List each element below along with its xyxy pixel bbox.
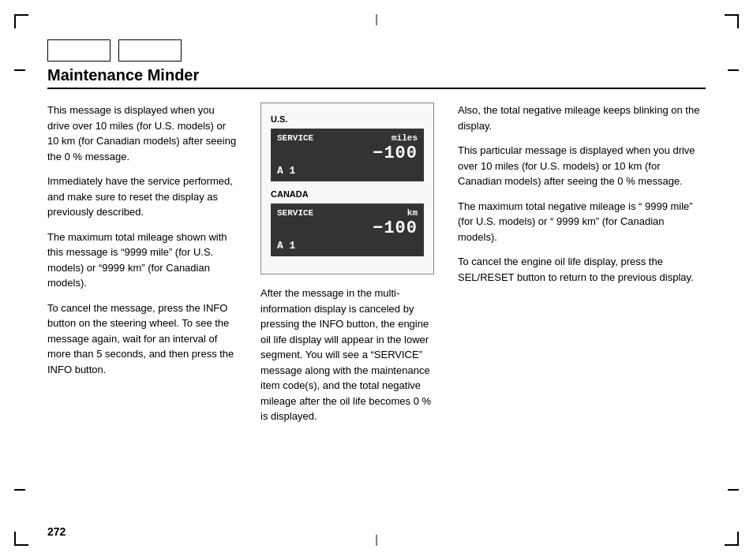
us-unit-text: miles <box>391 133 418 143</box>
header-boxes <box>47 39 706 62</box>
left-para-2: Immediately have the service performed, … <box>47 174 237 220</box>
corner-mark-tr <box>725 14 739 28</box>
canada-label: CANADA <box>271 189 424 199</box>
main-content: This message is displayed when you drive… <box>47 103 706 513</box>
canada-display-screen: SERVICE km −100 A 1 <box>271 203 424 256</box>
right-para-1: Also, the total negative mileage keeps b… <box>458 103 706 133</box>
corner-mark-tl <box>14 14 28 28</box>
us-display-screen: SERVICE miles −100 A 1 <box>271 129 424 181</box>
canada-service-text: SERVICE <box>277 208 313 218</box>
header-box-1 <box>47 39 111 62</box>
us-service-row: SERVICE miles <box>277 133 418 143</box>
canada-code: A 1 <box>277 240 418 252</box>
header-box-2 <box>118 39 182 62</box>
display-panel: U.S. SERVICE miles −100 A 1 CANADA SERVI… <box>260 103 434 274</box>
dash-left-top <box>14 69 25 71</box>
us-code: A 1 <box>277 165 418 177</box>
corner-mark-bl <box>14 532 28 546</box>
left-para-3: The maximum total mileage shown with thi… <box>47 230 237 291</box>
us-mileage: −100 <box>277 144 418 163</box>
middle-column: U.S. SERVICE miles −100 A 1 CANADA SERVI… <box>253 103 442 513</box>
left-column: This message is displayed when you drive… <box>47 103 253 513</box>
tick-top <box>376 14 377 25</box>
header: Maintenance Minder <box>47 39 706 89</box>
right-para-2: This particular message is displayed whe… <box>458 143 706 189</box>
dash-right-bottom <box>728 489 739 491</box>
us-label: U.S. <box>271 114 424 124</box>
canada-mileage: −100 <box>277 219 418 238</box>
tick-bottom <box>376 535 377 546</box>
canada-service-row: SERVICE km <box>277 208 418 218</box>
left-para-1: This message is displayed when you drive… <box>47 103 237 164</box>
corner-mark-br <box>725 532 739 546</box>
us-service-text: SERVICE <box>277 133 313 143</box>
page-title: Maintenance Minder <box>47 66 706 84</box>
canada-unit-text: km <box>407 208 418 218</box>
right-para-3: The maximum total negative mileage is “ … <box>458 199 706 245</box>
right-column: Also, the total negative mileage keeps b… <box>442 103 706 513</box>
middle-caption: After the message in the multi-informati… <box>260 286 434 424</box>
right-para-4: To cancel the engine oil life display, p… <box>458 254 706 285</box>
header-line <box>47 88 706 89</box>
dash-right-top <box>728 69 739 71</box>
left-para-4: To cancel the message, press the INFO bu… <box>47 301 237 378</box>
page-number: 272 <box>47 525 66 538</box>
dash-left-bottom <box>14 489 25 491</box>
